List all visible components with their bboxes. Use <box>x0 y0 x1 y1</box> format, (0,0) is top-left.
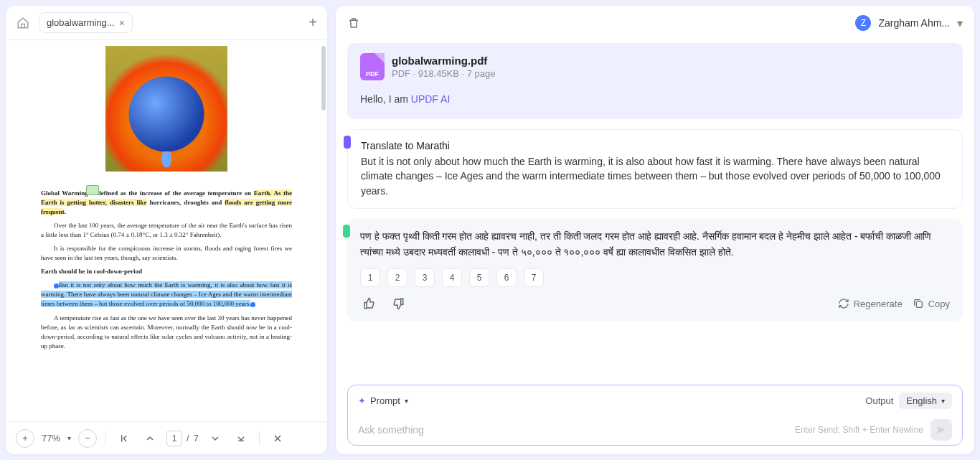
pager-button-5[interactable]: 5 <box>469 268 489 287</box>
regenerate-label: Regenerate <box>854 299 903 309</box>
pager-button-2[interactable]: 2 <box>387 268 407 287</box>
first-page-button[interactable] <box>115 429 133 448</box>
thumbs-down-icon <box>392 297 405 310</box>
doc-paragraph: A temperature rise as fast as the one we… <box>41 314 292 351</box>
output-label: Output <box>865 395 893 406</box>
home-button[interactable] <box>13 13 33 33</box>
output-language-value: English <box>906 395 937 406</box>
doc-text-span: t. <box>62 208 66 215</box>
document-viewport[interactable]: Global Warming is defined as the increas… <box>6 40 327 421</box>
pager-button-4[interactable]: 4 <box>442 268 462 287</box>
user-bubble-accent <box>344 136 351 149</box>
page-current-input[interactable]: 1 <box>166 431 182 446</box>
ai-message: पण हे फक्त पृथ्वी किती गरम होत आहे ह्याव… <box>347 219 963 321</box>
page-indicator: 1 / 7 <box>166 431 199 446</box>
doc-text-span: hurricanes, droughts and <box>147 199 225 206</box>
updf-ai-link[interactable]: UPDF AI <box>411 93 450 105</box>
user-message-body: But it is not only about how much the Ea… <box>361 154 949 198</box>
welcome-text: Hello, I am UPDF AI <box>360 93 950 105</box>
document-body: Global Warming is defined as the increas… <box>41 189 292 351</box>
output-language-dropdown[interactable]: English ▾ <box>899 393 952 409</box>
welcome-bubble: globalwarming.pdf PDF · 918.45KB · 7 pag… <box>347 43 963 119</box>
trash-icon <box>347 17 360 29</box>
doc-text-span: Global Warming is defined as the increas… <box>41 189 254 197</box>
user-message-title: Translate to Marathi <box>361 140 949 151</box>
thumbs-up-button[interactable] <box>360 294 379 313</box>
chat-header: Z Zargham Ahm... ▾ <box>336 6 974 40</box>
regenerate-button[interactable]: Regenerate <box>838 298 903 309</box>
document-page: Global Warming is defined as the increas… <box>41 46 292 351</box>
tab-title: globalwarming... <box>47 17 115 28</box>
composer-input[interactable] <box>358 424 788 436</box>
zoom-dropdown-caret[interactable]: ▾ <box>67 434 71 442</box>
last-page-button[interactable] <box>232 429 250 448</box>
tab-active[interactable]: globalwarming... × <box>39 12 133 33</box>
doc-paragraph: It is responsible for the conspicuous in… <box>41 244 292 263</box>
file-meta: PDF · 918.45KB · 7 page <box>392 68 496 79</box>
ai-page-pager: 1 2 3 4 5 6 7 <box>360 268 950 287</box>
welcome-prefix: Hello, I am <box>360 93 411 105</box>
page-total: 7 <box>194 433 199 443</box>
next-page-button[interactable] <box>206 429 225 448</box>
ai-bubble-accent <box>343 225 350 238</box>
selection-end-handle[interactable] <box>250 302 255 307</box>
prompt-label: Prompt <box>370 395 400 406</box>
user-avatar[interactable]: Z <box>855 15 871 31</box>
right-panel: Z Zargham Ahm... ▾ globalwarming.pdf PDF… <box>336 6 974 454</box>
send-button[interactable] <box>930 419 952 441</box>
regenerate-icon <box>838 298 849 309</box>
left-panel: globalwarming... × + Global Warming is d… <box>6 6 327 454</box>
user-menu-caret[interactable]: ▾ <box>957 17 963 30</box>
ai-actions-row: Regenerate Copy <box>360 294 950 313</box>
delete-button[interactable] <box>347 17 360 29</box>
tab-bar: globalwarming... × + <box>6 6 327 40</box>
user-name: Zargham Ahm... <box>878 17 950 29</box>
composer-hint: Enter Send; Shift + Enter Newline <box>795 425 923 435</box>
page-separator: / <box>187 433 189 443</box>
pager-button-6[interactable]: 6 <box>496 268 517 287</box>
thumbs-up-icon <box>363 297 376 310</box>
send-icon <box>936 424 947 436</box>
scrollbar-thumb[interactable] <box>321 46 326 111</box>
tab-close-button[interactable]: × <box>119 18 125 28</box>
pager-button-7[interactable]: 7 <box>524 268 544 287</box>
pager-button-1[interactable]: 1 <box>360 268 380 287</box>
file-chip[interactable]: globalwarming.pdf PDF · 918.45KB · 7 pag… <box>360 53 950 80</box>
user-message: Translate to Marathi But it is not only … <box>347 129 963 209</box>
prompt-dropdown[interactable]: ✦ Prompt ▾ <box>358 395 408 406</box>
document-hero-image <box>105 46 227 172</box>
file-name: globalwarming.pdf <box>392 55 496 67</box>
zoom-out-button[interactable]: − <box>78 429 97 448</box>
svg-rect-0 <box>916 302 922 308</box>
copy-label: Copy <box>928 299 950 309</box>
add-tab-button[interactable]: + <box>306 11 320 34</box>
doc-heading: Earth should be in cool-down-period <box>41 267 292 276</box>
viewer-toolbar: + 77% ▾ − 1 / 7 <box>6 421 327 454</box>
home-icon <box>17 17 29 29</box>
pager-button-3[interactable]: 3 <box>415 268 435 287</box>
thumbs-down-button[interactable] <box>389 294 407 313</box>
zoom-in-button[interactable]: + <box>16 429 34 448</box>
pdf-file-icon <box>360 53 385 80</box>
sparkle-icon: ✦ <box>358 395 366 406</box>
close-viewer-button[interactable] <box>268 429 287 448</box>
zoom-level[interactable]: 77% <box>42 433 60 443</box>
annotation-note-icon[interactable] <box>86 185 99 195</box>
copy-button[interactable]: Copy <box>913 298 950 309</box>
selection-start-handle[interactable] <box>54 283 59 288</box>
chat-scroll[interactable]: globalwarming.pdf PDF · 918.45KB · 7 pag… <box>336 40 974 380</box>
composer: ✦ Prompt ▾ Output English ▾ Enter Send; … <box>347 385 963 446</box>
copy-icon <box>913 298 924 309</box>
ai-message-body: पण हे फक्त पृथ्वी किती गरम होत आहे ह्याव… <box>360 229 950 260</box>
doc-paragraph: Over the last 100 years, the average tem… <box>41 221 292 240</box>
prev-page-button[interactable] <box>141 429 159 448</box>
